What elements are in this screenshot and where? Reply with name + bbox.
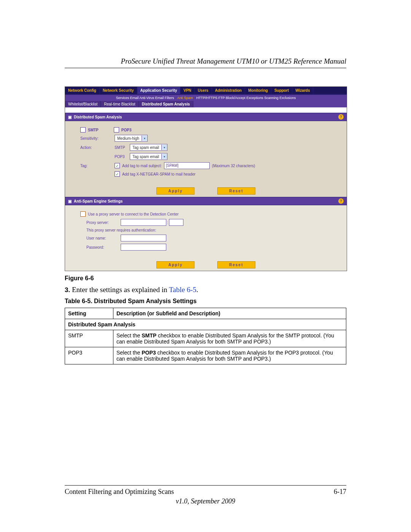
figure-caption: Figure 6-6: [65, 275, 346, 282]
sensitivity-select[interactable]: Medium-high ▾: [115, 135, 148, 142]
section-header-dsa: ▣ Distributed Spam Analysis ?: [65, 113, 347, 121]
section-title-engine: Anti-Spam Engine Settings: [74, 199, 123, 203]
cell-pop3: POP3: [65, 347, 113, 364]
subnav-right[interactable]: HTTP/HTTPS FTP Block/Accept Exceptions S…: [196, 96, 296, 100]
nav-tab-monitoring[interactable]: Monitoring: [245, 87, 271, 94]
help-icon[interactable]: ?: [338, 198, 344, 204]
pop3-checkbox[interactable]: [114, 127, 119, 133]
sensitivity-value: Medium-high: [115, 136, 142, 141]
doc-title: ProSecure Unified Threat Management UTM1…: [65, 57, 346, 68]
table-6-5-link[interactable]: Table 6-5: [169, 286, 196, 294]
table-caption: Table 6-5. Distributed Spam Analysis Set…: [65, 298, 346, 305]
button-bar-1: Apply Reset: [65, 185, 347, 197]
footer-version: v1.0, September 2009: [65, 497, 346, 505]
step-3: 3. Enter the settings as explained in Ta…: [65, 286, 346, 294]
subnav-left[interactable]: Services Email Anti-Virus Email Filters: [116, 96, 174, 100]
tag-subject-input[interactable]: [SPAM]: [164, 162, 210, 169]
tag-subject-hint: (Maximum 32 characters): [212, 164, 255, 168]
proxy-server-input[interactable]: [121, 219, 166, 226]
action-pop3-select[interactable]: Tag spam email ▾: [130, 153, 167, 160]
action-smtp-select[interactable]: Tag spam email ▾: [130, 144, 167, 151]
tag-subject-label: Add tag to mail subject:: [122, 164, 162, 168]
footer-left: Content Filtering and Optimizing Scans: [65, 488, 174, 496]
apply-button[interactable]: Apply: [156, 187, 194, 195]
col-setting: Setting: [65, 308, 113, 319]
proxy-port-input[interactable]: [169, 219, 183, 226]
page-footer: Content Filtering and Optimizing Scans 6…: [65, 485, 346, 505]
smtp-label: SMTP: [88, 128, 99, 132]
cell-bold: SMTP: [142, 332, 156, 339]
password-input[interactable]: [121, 244, 166, 251]
cell-text: Select the: [116, 350, 142, 356]
nav-tab-network-config[interactable]: Network Config: [65, 87, 100, 94]
table-row: POP3 Select the POP3 checkbox to enable …: [65, 347, 346, 364]
section-body-dsa: SMTP POP3 Sensitivity: Medium-high ▾ Act…: [65, 121, 347, 185]
password-label: Password:: [86, 245, 121, 249]
proxy-enable-checkbox[interactable]: [80, 211, 86, 217]
action-smtp-label: SMTP: [115, 145, 130, 150]
cell-smtp: SMTP: [65, 330, 113, 347]
tag-label: Tag:: [80, 164, 115, 168]
chevron-down-icon: ▾: [161, 154, 167, 159]
action-pop3-value: Tag spam email: [130, 155, 161, 159]
username-input[interactable]: [121, 235, 166, 241]
screenshot-figure: Network Config Network Security Applicat…: [65, 86, 346, 271]
pop3-label: POP3: [121, 128, 132, 132]
step-3-number: 3.: [65, 286, 70, 294]
cell-smtp-desc: Select the SMTP checkbox to enable Distr…: [113, 330, 346, 347]
subtab-distributed-spam-analysis[interactable]: Distributed Spam Analysis: [139, 101, 193, 107]
tag-header-label: Add tag X-NETGEAR-SPAM to mail header: [122, 172, 196, 176]
chevron-down-icon: ▾: [142, 136, 147, 141]
action-label: Action:: [80, 145, 115, 150]
reset-button[interactable]: Reset: [217, 261, 255, 268]
section-title-dsa: Distributed Spam Analysis: [74, 115, 122, 119]
step-3-text: Enter the settings as explained in: [72, 286, 169, 294]
section-body-engine: Use a proxy server to connect to the Det…: [65, 205, 347, 259]
proxy-enable-label: Use a proxy server to connect to the Det…: [88, 212, 178, 216]
smtp-checkbox[interactable]: [80, 127, 86, 133]
sub-nav: Services Email Anti-Virus Email Filters …: [65, 95, 347, 101]
nav-tab-support[interactable]: Support: [271, 87, 292, 94]
action-pop3-label: POP3: [115, 155, 130, 159]
help-icon[interactable]: ?: [338, 114, 344, 120]
subnav-active-anti-spam[interactable]: Anti Spam: [177, 96, 193, 100]
nav-tab-network-security[interactable]: Network Security: [100, 87, 137, 94]
button-bar-2: Apply Reset: [65, 259, 347, 271]
nav-tab-application-security[interactable]: Application Security: [137, 87, 181, 94]
step-3-end: .: [196, 286, 198, 294]
subtab-real-time-blacklist[interactable]: Real-time Blacklist: [101, 101, 139, 107]
table-row: SMTP Select the SMTP checkbox to enable …: [65, 330, 346, 347]
section-header-engine: ▣ Anti-Spam Engine Settings ?: [65, 197, 347, 205]
nav-tab-wizards[interactable]: Wizards: [292, 87, 313, 94]
sensitivity-label: Sensitivity:: [80, 136, 115, 141]
cell-text: Select the: [116, 332, 142, 339]
section-row-dsa: Distributed Spam Analysis: [65, 319, 346, 330]
top-nav: Network Config Network Security Applicat…: [65, 87, 347, 95]
nav-tab-administration[interactable]: Administration: [212, 87, 245, 94]
nav-tab-vpn[interactable]: VPN: [180, 87, 195, 94]
nav-tab-users[interactable]: Users: [195, 87, 212, 94]
footer-right: 6-17: [334, 488, 346, 496]
action-smtp-value: Tag spam email: [130, 145, 161, 150]
col-description: Description (or Subfield and Description…: [113, 308, 346, 319]
settings-table: Setting Description (or Subfield and Des…: [65, 308, 346, 364]
cell-bold: POP3: [142, 350, 156, 356]
proxy-server-label: Proxy server:: [86, 220, 121, 225]
chevron-down-icon: ▾: [161, 145, 167, 150]
reset-button[interactable]: Reset: [217, 187, 255, 195]
proxy-auth-label: This proxy server requires authenticatio…: [86, 228, 156, 232]
tag-subject-checkbox[interactable]: ✓: [115, 163, 120, 168]
subtab-whitelist-blacklist[interactable]: Whitelist/Blacklist: [65, 101, 101, 107]
username-label: User name:: [86, 236, 121, 240]
apply-button[interactable]: Apply: [156, 261, 194, 268]
tag-header-checkbox[interactable]: ✓: [115, 171, 120, 177]
sub-tabs: Whitelist/Blacklist Real-time Blacklist …: [65, 101, 347, 107]
cell-pop3-desc: Select the POP3 checkbox to enable Distr…: [113, 347, 346, 364]
